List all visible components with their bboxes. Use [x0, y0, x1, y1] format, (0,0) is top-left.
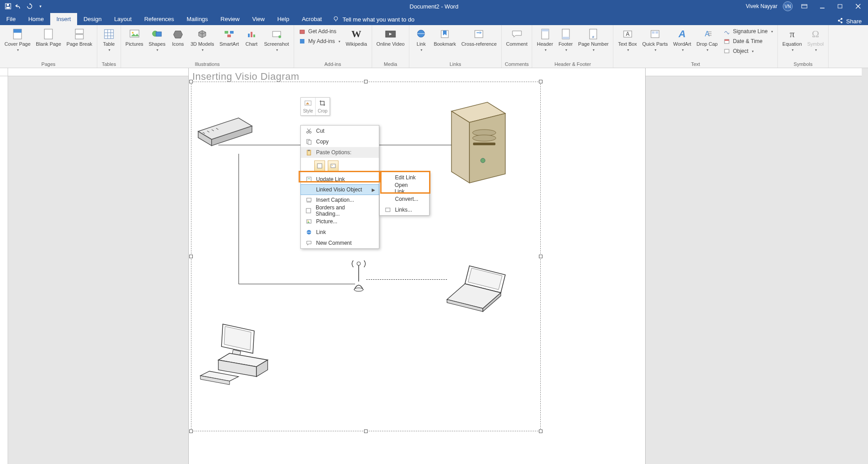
- text-box-button[interactable]: AText Box: [616, 27, 638, 53]
- drop-cap-button[interactable]: ADrop Cap: [695, 27, 720, 53]
- svg-rect-54: [655, 31, 658, 34]
- shapes-label: Shapes: [149, 41, 165, 47]
- style-button[interactable]: Style: [301, 98, 315, 115]
- resize-handle[interactable]: [189, 429, 193, 433]
- tab-references[interactable]: References: [138, 13, 180, 25]
- save-icon[interactable]: [4, 3, 12, 10]
- tab-acrobat[interactable]: Acrobat: [295, 13, 328, 25]
- ctx-edit-link[interactable]: Edit Link: [380, 172, 429, 183]
- online-video-button[interactable]: Online Video: [375, 27, 407, 48]
- document-heading: Inserting Visio Diagram: [192, 71, 299, 82]
- page-number-button[interactable]: #Page Number: [577, 27, 611, 53]
- share-button[interactable]: Share: [846, 18, 862, 25]
- ctx-insert-caption[interactable]: Insert Caption...: [301, 195, 379, 205]
- ctx-links[interactable]: Links...: [380, 204, 429, 215]
- resize-handle[interactable]: [539, 429, 542, 433]
- screenshot-button[interactable]: Screenshot: [262, 27, 291, 53]
- tab-home[interactable]: Home: [22, 13, 50, 25]
- ctx-update-link[interactable]: Update Link: [301, 174, 379, 185]
- smartart-button[interactable]: SmartArt: [217, 27, 240, 48]
- svg-point-36: [278, 35, 281, 38]
- bookmark-button[interactable]: Bookmark: [432, 27, 458, 48]
- redo-icon[interactable]: [26, 3, 33, 10]
- tab-insert[interactable]: Insert: [50, 13, 78, 25]
- cover-page-button[interactable]: Cover Page: [3, 27, 32, 53]
- user-name[interactable]: Vivek Nayyar: [746, 3, 777, 9]
- close-icon[interactable]: [852, 2, 864, 11]
- network-switch-shape: [196, 113, 254, 154]
- bookmark-label: Bookmark: [434, 41, 456, 47]
- ctx-borders-shading[interactable]: Borders and Shading...: [301, 205, 379, 216]
- svg-rect-33: [251, 32, 252, 37]
- paste-picture-icon[interactable]: [328, 160, 339, 171]
- page-break-button[interactable]: Page Break: [65, 27, 94, 48]
- blank-page-button[interactable]: Blank Page: [34, 27, 63, 48]
- icons-label: Icons: [172, 41, 184, 47]
- page-break-label: Page Break: [66, 41, 92, 47]
- resize-handle[interactable]: [364, 80, 368, 83]
- link-button[interactable]: Link: [412, 27, 430, 53]
- table-button[interactable]: Table: [100, 27, 118, 53]
- document-page[interactable]: Inserting Visio Diagram: [188, 68, 646, 464]
- object-button[interactable]: Object: [721, 47, 775, 56]
- signature-line-button[interactable]: Signature Line: [721, 27, 775, 36]
- user-avatar[interactable]: VN: [783, 1, 793, 11]
- ctx-linked-visio-object[interactable]: Linked Visio Object ▶: [300, 184, 379, 195]
- crop-button[interactable]: Crop: [315, 98, 330, 115]
- comment-button[interactable]: Comment: [504, 27, 529, 48]
- shapes-button[interactable]: Shapes: [147, 27, 167, 53]
- ctx-new-comment[interactable]: New Comment: [301, 238, 379, 248]
- tab-file[interactable]: File: [0, 13, 22, 25]
- 3d-models-button[interactable]: 3D Models: [189, 27, 216, 53]
- wikipedia-button[interactable]: WWikipedia: [344, 27, 369, 48]
- ctx-cut[interactable]: Cut: [301, 126, 379, 136]
- 3d-models-label: 3D Models: [191, 41, 214, 47]
- group-label-tables: Tables: [100, 61, 118, 67]
- tab-view[interactable]: View: [246, 13, 271, 25]
- ctx-update-link-label: Update Link: [314, 176, 345, 182]
- footer-button[interactable]: Footer: [557, 27, 575, 53]
- chart-button[interactable]: Chart: [243, 27, 260, 48]
- group-label-headerfooter: Header & Footer: [535, 61, 610, 67]
- header-button[interactable]: Header: [535, 27, 555, 53]
- resize-handle[interactable]: [189, 80, 193, 83]
- get-addins-button[interactable]: Get Add-ins: [297, 27, 342, 36]
- icons-button[interactable]: Icons: [169, 27, 187, 48]
- tab-design[interactable]: Design: [77, 13, 108, 25]
- tab-help[interactable]: Help: [271, 13, 295, 25]
- links-icon: [382, 207, 393, 213]
- vertical-ruler[interactable]: [0, 68, 8, 464]
- ribbon-options-icon[interactable]: [798, 2, 811, 11]
- ctx-copy[interactable]: Copy: [301, 136, 379, 147]
- maximize-icon[interactable]: [834, 2, 846, 11]
- wordart-button[interactable]: AWordArt: [671, 27, 693, 53]
- tab-mailings[interactable]: Mailings: [180, 13, 214, 25]
- ribbon-group-pages: Cover Page Blank Page Page Break Pages: [0, 25, 97, 68]
- get-addins-label: Get Add-ins: [308, 28, 337, 35]
- pictures-button[interactable]: Pictures: [124, 27, 145, 48]
- tell-me-search[interactable]: Tell me what you want to do: [328, 14, 419, 25]
- resize-handle[interactable]: [364, 429, 368, 433]
- equation-button[interactable]: πEquation: [781, 27, 803, 53]
- cross-reference-icon: [473, 28, 485, 40]
- my-addins-button[interactable]: My Add-ins: [297, 37, 342, 46]
- minimize-icon[interactable]: [816, 2, 829, 11]
- resize-handle[interactable]: [539, 255, 542, 258]
- quick-parts-button[interactable]: Quick Parts: [641, 27, 670, 53]
- symbol-button[interactable]: ΩSymbol: [806, 27, 826, 53]
- cross-reference-button[interactable]: Cross-reference: [460, 27, 499, 48]
- pictures-icon: [128, 28, 141, 40]
- ctx-convert[interactable]: Convert...: [380, 194, 429, 204]
- ctx-link[interactable]: Link: [301, 227, 379, 238]
- paste-keep-source-icon[interactable]: [314, 160, 325, 171]
- ctx-open-link[interactable]: Open Link: [380, 183, 429, 194]
- undo-icon[interactable]: [15, 3, 22, 10]
- qat-customize-icon[interactable]: ▾: [37, 3, 44, 10]
- ctx-picture[interactable]: Picture...: [301, 216, 379, 227]
- ctx-links-label: Links...: [393, 207, 412, 213]
- resize-handle[interactable]: [189, 255, 193, 258]
- tab-review[interactable]: Review: [214, 13, 246, 25]
- resize-handle[interactable]: [539, 80, 542, 83]
- tab-layout[interactable]: Layout: [108, 13, 138, 25]
- date-time-button[interactable]: Date & Time: [721, 37, 775, 46]
